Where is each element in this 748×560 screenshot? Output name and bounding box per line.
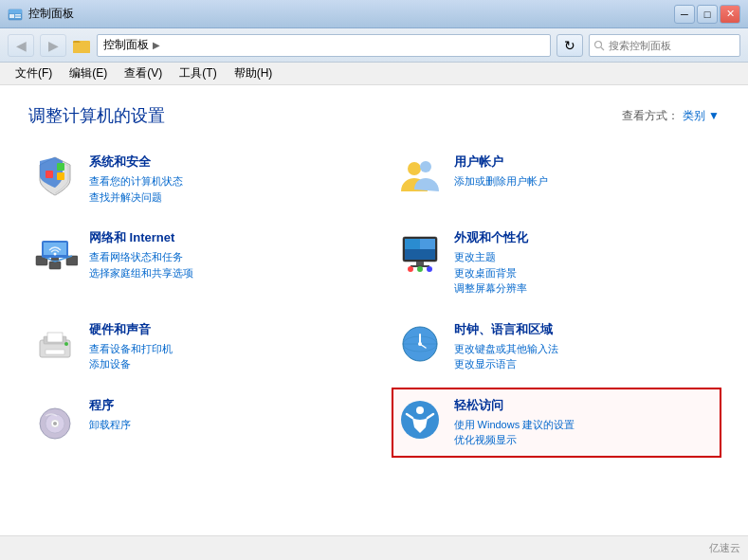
hardware-link-1[interactable]: 查看设备和打印机 xyxy=(89,341,352,357)
panel-item-clock[interactable]: 时钟、语言和区域 更改键盘或其他输入法 更改显示语言 xyxy=(393,314,721,380)
menu-view[interactable]: 查看(V) xyxy=(117,63,170,83)
svg-rect-1 xyxy=(9,9,22,13)
programs-link-1[interactable]: 卸载程序 xyxy=(89,417,352,433)
panel-icon-appearance xyxy=(397,229,443,275)
panel-name-network[interactable]: 网络和 Internet xyxy=(89,229,352,246)
svg-rect-11 xyxy=(57,172,64,180)
svg-point-47 xyxy=(53,422,57,425)
title-text: 控制面板 xyxy=(28,6,74,22)
refresh-button[interactable]: ↻ xyxy=(556,34,583,57)
path-controlpanel: 控制面板 xyxy=(103,37,149,53)
clock-link-1[interactable]: 更改键盘或其他输入法 xyxy=(454,341,717,357)
menu-edit[interactable]: 编辑(E) xyxy=(62,63,115,83)
watermark: 亿速云 xyxy=(709,541,740,555)
svg-rect-26 xyxy=(420,239,435,249)
accessibility-link-2[interactable]: 优化视频显示 xyxy=(454,432,717,448)
menu-file[interactable]: 文件(F) xyxy=(8,63,60,83)
panel-text-hardware: 硬件和声音 查看设备和打印机 添加设备 xyxy=(89,321,352,372)
system-link-2[interactable]: 查找并解决问题 xyxy=(89,190,352,206)
menu-bar: 文件(F) 编辑(E) 查看(V) 工具(T) 帮助(H) xyxy=(0,63,748,85)
hardware-link-2[interactable]: 添加设备 xyxy=(89,356,352,372)
system-link-1[interactable]: 查看您的计算机状态 xyxy=(89,173,352,190)
panel-item-network[interactable]: 网络和 Internet 查看网络状态和任务 选择家庭组和共享选项 xyxy=(28,222,356,304)
minimize-button[interactable]: ─ xyxy=(674,5,695,24)
svg-point-31 xyxy=(417,266,423,272)
address-bar: ◀ ▶ 控制面板 ▶ ↻ xyxy=(0,28,748,63)
svg-point-22 xyxy=(54,253,57,256)
panel-grid: 系统和安全 查看您的计算机状态 查找并解决问题 用户帐户 xyxy=(28,146,720,456)
network-link-2[interactable]: 选择家庭组和共享选项 xyxy=(89,265,352,281)
close-button[interactable]: ✕ xyxy=(720,5,740,24)
view-option[interactable]: 查看方式： 类别 ▼ xyxy=(622,108,720,124)
panel-text-accessibility: 轻松访问 使用 Windows 建议的设置 优化视频显示 xyxy=(454,397,717,448)
appearance-link-1[interactable]: 更改主题 xyxy=(454,249,717,265)
panel-name-accessibility[interactable]: 轻松访问 xyxy=(454,397,717,414)
svg-rect-25 xyxy=(405,239,420,249)
panel-desc-hardware: 查看设备和打印机 添加设备 xyxy=(89,341,352,372)
svg-rect-6 xyxy=(73,43,90,53)
svg-rect-27 xyxy=(405,249,435,260)
panel-item-system-security[interactable]: 系统和安全 查看您的计算机状态 查找并解决问题 xyxy=(28,146,356,212)
panel-item-programs[interactable]: 程序 卸载程序 xyxy=(28,389,356,456)
panel-icon-clock xyxy=(397,321,443,367)
svg-rect-9 xyxy=(46,171,53,178)
menu-help[interactable]: 帮助(H) xyxy=(227,63,281,83)
svg-line-8 xyxy=(601,47,604,50)
clock-link-2[interactable]: 更改显示语言 xyxy=(454,356,717,372)
svg-rect-37 xyxy=(47,333,63,342)
panel-item-hardware[interactable]: 硬件和声音 查看设备和打印机 添加设备 xyxy=(28,314,356,380)
search-input[interactable] xyxy=(609,40,732,51)
panel-icon-hardware xyxy=(32,321,78,367)
window-icon xyxy=(8,7,23,22)
panel-item-appearance[interactable]: 外观和个性化 更改主题 更改桌面背景 调整屏幕分辨率 xyxy=(393,222,721,304)
svg-rect-10 xyxy=(57,163,64,171)
panel-icon-programs xyxy=(32,397,78,443)
panel-item-user-accounts[interactable]: 用户帐户 添加或删除用户帐户 xyxy=(393,146,721,212)
appearance-link-2[interactable]: 更改桌面背景 xyxy=(454,265,717,281)
page-header: 调整计算机的设置 查看方式： 类别 ▼ xyxy=(28,104,720,127)
forward-button[interactable]: ▶ xyxy=(40,34,66,57)
svg-point-36 xyxy=(64,342,68,346)
user-link-1[interactable]: 添加或删除用户帐户 xyxy=(454,173,717,190)
svg-rect-2 xyxy=(9,14,14,18)
panel-name-programs[interactable]: 程序 xyxy=(89,397,352,414)
path-separator: ▶ xyxy=(153,40,160,50)
panel-name-user-accounts[interactable]: 用户帐户 xyxy=(454,154,717,171)
panel-name-appearance[interactable]: 外观和个性化 xyxy=(454,229,717,246)
panel-desc-appearance: 更改主题 更改桌面背景 调整屏幕分辨率 xyxy=(454,249,717,297)
panel-item-accessibility[interactable]: 轻松访问 使用 Windows 建议的设置 优化视频显示 xyxy=(392,388,722,458)
accessibility-link-1[interactable]: 使用 Windows 建议的设置 xyxy=(454,417,717,433)
search-box[interactable] xyxy=(589,34,740,57)
panel-desc-clock: 更改键盘或其他输入法 更改显示语言 xyxy=(454,341,717,372)
svg-rect-21 xyxy=(51,258,59,261)
panel-desc-user-accounts: 添加或删除用户帐户 xyxy=(454,173,717,190)
status-bar: 亿速云 xyxy=(0,535,748,560)
main-content: 调整计算机的设置 查看方式： 类别 ▼ 系统和安全 查看 xyxy=(0,85,748,535)
page-title: 调整计算机的设置 xyxy=(28,104,165,127)
network-link-1[interactable]: 查看网络状态和任务 xyxy=(89,249,352,265)
menu-tools[interactable]: 工具(T) xyxy=(172,63,224,83)
folder-icon xyxy=(72,36,91,55)
title-controls: ─ □ ✕ xyxy=(674,5,740,24)
address-path[interactable]: 控制面板 ▶ xyxy=(97,34,551,57)
svg-rect-4 xyxy=(15,16,21,18)
panel-icon-user-accounts xyxy=(397,154,443,199)
panel-text-network: 网络和 Internet 查看网络状态和任务 选择家庭组和共享选项 xyxy=(89,229,352,280)
view-mode[interactable]: 类别 ▼ xyxy=(683,108,720,124)
panel-name-clock[interactable]: 时钟、语言和区域 xyxy=(454,321,717,338)
svg-point-49 xyxy=(416,406,424,414)
back-button[interactable]: ◀ xyxy=(8,34,34,57)
title-bar: 控制面板 ─ □ ✕ xyxy=(0,0,748,28)
svg-point-13 xyxy=(420,161,431,172)
appearance-link-3[interactable]: 调整屏幕分辨率 xyxy=(454,280,717,297)
panel-icon-network xyxy=(32,229,78,275)
svg-point-30 xyxy=(408,266,413,272)
panel-name-system-security[interactable]: 系统和安全 xyxy=(89,154,352,171)
panel-text-user-accounts: 用户帐户 添加或删除用户帐户 xyxy=(454,154,717,190)
panel-text-appearance: 外观和个性化 更改主题 更改桌面背景 调整屏幕分辨率 xyxy=(454,229,717,297)
panel-name-hardware[interactable]: 硬件和声音 xyxy=(89,321,352,338)
svg-point-7 xyxy=(595,41,602,47)
maximize-button[interactable]: □ xyxy=(697,5,718,24)
panel-desc-network: 查看网络状态和任务 选择家庭组和共享选项 xyxy=(89,249,352,280)
panel-desc-programs: 卸载程序 xyxy=(89,417,352,433)
